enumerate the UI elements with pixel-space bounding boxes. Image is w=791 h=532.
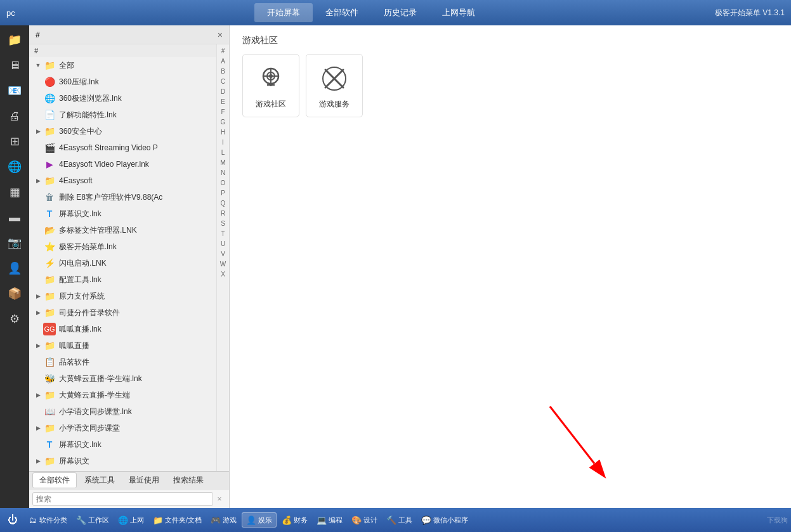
taskbar-coding[interactable]: 💻 编程 (313, 513, 346, 527)
expand-icon[interactable]: ▶ (34, 342, 42, 349)
tab-navigation[interactable]: 上网导航 (429, 3, 488, 22)
taskbar-design[interactable]: 🎨 设计 (348, 513, 381, 527)
alpha-a[interactable]: A (218, 56, 229, 66)
list-item[interactable]: T 屏幕识文.lnk (29, 436, 216, 453)
tab-recent[interactable]: 最近使用 (122, 473, 166, 488)
list-item[interactable]: 🐝 大黄蜂云直播-学生端.lnk (29, 370, 216, 387)
expand-icon[interactable]: ▼ (34, 62, 42, 69)
expand-icon[interactable]: ▶ (34, 292, 42, 300)
taskbar-software-category[interactable]: 🗂 软件分类 (23, 513, 71, 527)
list-item[interactable]: ▶ 📁 大黄蜂云直播-学生端 (29, 387, 216, 403)
sidebar-settings[interactable]: ⚙ (3, 308, 26, 330)
alpha-d[interactable]: D (218, 86, 229, 96)
expand-icon[interactable]: ▶ (34, 391, 42, 399)
sidebar-icon-mail[interactable]: 📧 (3, 79, 26, 102)
sidebar-icon-screen[interactable]: 🖥 (3, 54, 26, 77)
list-item[interactable]: ⭐ 极客开始菜单.lnk (29, 238, 216, 255)
alpha-f[interactable]: F (218, 107, 229, 117)
list-item[interactable]: T 屏幕识文.lnk (29, 205, 216, 222)
sidebar-icon-grid2[interactable]: ▦ (3, 181, 26, 204)
alpha-t[interactable]: T (218, 228, 229, 238)
alpha-hash[interactable]: # (218, 46, 229, 56)
tab-all-software[interactable]: 全部软件 (313, 3, 371, 22)
list-item[interactable]: 🌐 360极速浏览器.lnk (29, 90, 216, 107)
svg-point-6 (269, 74, 273, 78)
alpha-i[interactable]: I (218, 137, 229, 147)
list-item[interactable]: 📋 品茗软件 (29, 354, 216, 370)
taskbar-finance[interactable]: 💰 财务 (278, 513, 311, 527)
expand-icon[interactable]: ▶ (34, 457, 42, 465)
list-item[interactable]: ▶ 📁 原力支付系统 (29, 288, 216, 304)
alpha-m[interactable]: M (218, 157, 229, 167)
list-item[interactable]: ▶ 📁 360安全中心 (29, 123, 216, 139)
alpha-o[interactable]: O (218, 178, 229, 188)
list-item[interactable]: ▶ 📁 呱呱直播 (29, 337, 216, 354)
app-icon: 📂 (43, 224, 56, 237)
alpha-s[interactable]: S (218, 218, 229, 228)
search-clear-button[interactable]: × (213, 493, 226, 505)
alpha-c[interactable]: C (218, 76, 229, 86)
expand-icon[interactable]: ▶ (34, 177, 42, 185)
list-item[interactable]: ▶ 📁 屏幕识文 (29, 453, 216, 469)
sidebar-icon-print[interactable]: 🖨 (3, 105, 26, 127)
taskbar-workspace[interactable]: 🔧 工作区 (72, 513, 113, 527)
power-button[interactable]: ⏻ (3, 510, 22, 529)
alpha-n[interactable]: N (218, 167, 229, 178)
grid-app-game-community[interactable]: 游戏社区 (242, 54, 299, 117)
sidebar-icon-box[interactable]: 📦 (3, 282, 26, 305)
alpha-p[interactable]: P (218, 188, 229, 198)
taskbar-games[interactable]: 🎮 游戏 (207, 513, 240, 527)
alpha-v[interactable]: V (218, 249, 229, 259)
list-item[interactable]: ⚡ 闪电启动.LNK (29, 255, 216, 271)
alpha-g[interactable]: G (218, 117, 229, 127)
taskbar-entertainment[interactable]: 👤 娱乐 (242, 512, 277, 528)
alpha-r[interactable]: R (218, 208, 229, 218)
sidebar-icon-network[interactable]: 🌐 (3, 155, 26, 178)
alpha-l[interactable]: L (218, 147, 229, 157)
alpha-u[interactable]: U (218, 238, 229, 249)
search-input[interactable] (32, 492, 213, 506)
alpha-e[interactable]: E (218, 96, 229, 107)
list-item[interactable]: 🗑 删除 E8客户管理软件V9.88(Ac (29, 189, 216, 205)
list-item[interactable]: ▶ 📁 司捷分件音录软件 (29, 304, 216, 321)
sidebar-icon-grid[interactable]: ⊞ (3, 130, 26, 153)
tab-start-screen[interactable]: 开始屏幕 (254, 3, 313, 22)
list-item[interactable]: ▶ 📁 小学语文同步课堂 (29, 420, 216, 436)
spacer (34, 243, 42, 250)
sidebar-icon-cam[interactable]: 📷 (3, 231, 26, 254)
taskbar-files[interactable]: 📁 文件夹/文档 (149, 513, 206, 527)
alpha-h[interactable]: H (218, 127, 229, 137)
item-name: 配置工具.lnk (59, 275, 101, 285)
expand-icon[interactable]: ▶ (34, 424, 42, 432)
item-name: 大黄蜂云直播-学生端.lnk (59, 373, 142, 384)
alpha-w[interactable]: W (218, 259, 229, 269)
list-item[interactable]: ▼ 📁 全部 (29, 57, 216, 74)
taskbar-tools[interactable]: 🔨 工具 (382, 513, 416, 527)
sidebar-icon-person[interactable]: 👤 (3, 257, 26, 280)
tab-system-tools[interactable]: 系统工具 (78, 473, 121, 488)
grid-app-game-service[interactable]: 游戏服务 (306, 54, 363, 117)
list-item[interactable]: ▶ 4Easysoft Video Player.lnk (29, 156, 216, 172)
alpha-q[interactable]: Q (218, 198, 229, 208)
close-button[interactable]: × (218, 30, 223, 40)
taskbar-wechat-mini[interactable]: 💬 微信小程序 (417, 513, 472, 527)
alpha-x[interactable]: X (218, 269, 229, 279)
list-item[interactable]: 📄 了解功能特性.lnk (29, 107, 216, 123)
expand-icon[interactable]: ▶ (34, 309, 42, 316)
tab-search-results[interactable]: 搜索结果 (167, 473, 210, 488)
tab-all-software[interactable]: 全部软件 (32, 472, 77, 488)
list-item[interactable]: 📁 配置工具.lnk (29, 271, 216, 288)
list-item[interactable]: 📂 多标签文件管理器.LNK (29, 222, 216, 238)
list-item[interactable]: 🎬 4Easysoft Streaming Video P (29, 139, 216, 156)
list-item[interactable]: ▶ 📁 4Easysoft (29, 172, 216, 189)
expand-icon[interactable]: ▶ (34, 127, 42, 135)
sidebar-icon-terminal[interactable]: ▬ (3, 206, 26, 229)
list-item[interactable]: GG 呱呱直播.lnk (29, 321, 216, 337)
spacer (34, 78, 42, 86)
tab-history[interactable]: 历史记录 (371, 3, 429, 22)
sidebar-icon-folder[interactable]: 📁 (3, 29, 26, 51)
taskbar-internet[interactable]: 🌐 上网 (114, 513, 148, 527)
list-item[interactable]: 🔴 360压缩.lnk (29, 74, 216, 90)
alpha-b[interactable]: B (218, 66, 229, 76)
list-item[interactable]: 📖 小学语文同步课堂.lnk (29, 403, 216, 420)
